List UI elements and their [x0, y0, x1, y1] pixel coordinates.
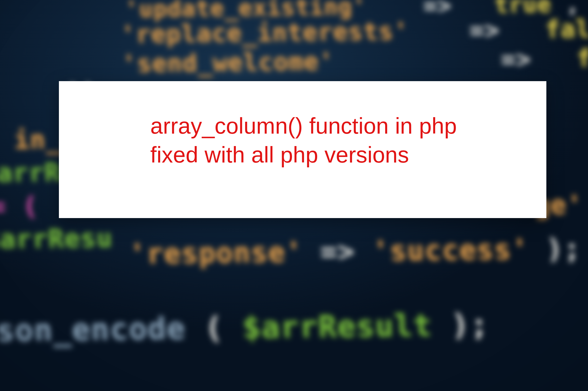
- stage: 'update_existing' => true , 'replace_int…: [0, 0, 588, 391]
- code-key: 'response': [128, 236, 303, 270]
- code-line-6: = (: [0, 191, 39, 221]
- title-line-2: fixed with all php versions: [150, 142, 409, 167]
- code-var: $arrResult: [242, 308, 433, 345]
- code-space: [546, 44, 562, 73]
- code-val: [465, 0, 481, 19]
- code-paren: (: [204, 310, 224, 346]
- code-key: 'replace_interests': [120, 17, 409, 49]
- code-end: );: [546, 232, 582, 265]
- code-close: );: [450, 307, 490, 343]
- code-arrow: =>: [423, 0, 452, 19]
- title-line-1: array_column() function in php: [150, 113, 457, 138]
- code-val: 'success': [372, 233, 529, 267]
- title-banner: array_column() function in php fixed wit…: [59, 81, 546, 218]
- code-val: false: [545, 14, 588, 44]
- code-val: false: [576, 43, 588, 73]
- code-var: $arrResu: [0, 223, 113, 255]
- code-line-7: $arrResu: [0, 223, 113, 255]
- code-op: = (: [0, 191, 39, 221]
- code-line-8: 'response' => 'success' );: [128, 232, 582, 270]
- title-text: array_column() function in php fixed wit…: [150, 112, 516, 169]
- code-key: 'send_welcome': [121, 47, 335, 78]
- code-line-10: json_encode ( $arrResult );: [0, 307, 489, 349]
- code-arrow: =>: [500, 45, 532, 74]
- code-space: [423, 16, 455, 45]
- code-space: [514, 15, 531, 44]
- code-space: [349, 45, 486, 75]
- code-arrow: [380, 0, 410, 20]
- code-arrow: =>: [469, 16, 500, 44]
- code-arrow: =>: [320, 235, 356, 268]
- code-fn: json_encode: [0, 311, 186, 348]
- code-line-2: 'send_welcome' => false ,: [121, 43, 588, 78]
